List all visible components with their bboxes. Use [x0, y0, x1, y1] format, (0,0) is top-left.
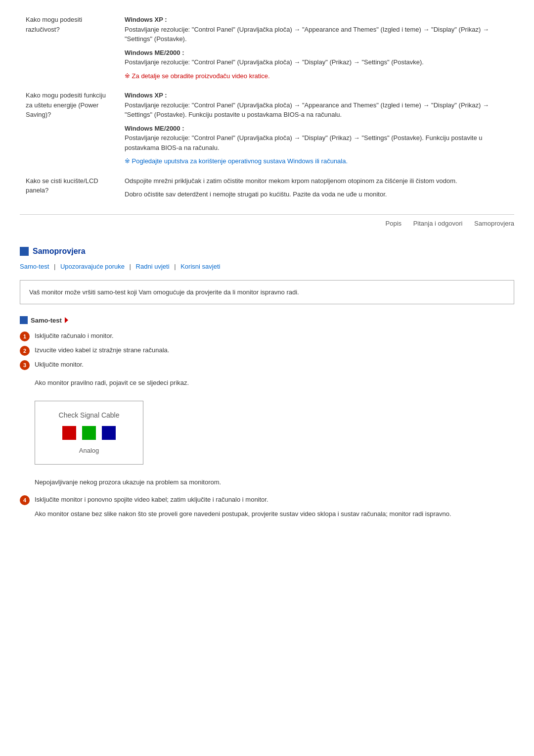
step4-note: Ako monitor ostane bez slike nakon što s… — [35, 509, 514, 519]
info-box-text: Vaš monitor može vršiti samo-test koji V… — [29, 288, 299, 296]
faq-row-0: Kako mogu podesiti razlučivost?Windows X… — [20, 10, 514, 86]
faq-answer-1: Windows XP :Postavljanje rezolucije: "Co… — [119, 86, 514, 171]
nav-pitanja[interactable]: Pitanja i odgovori — [413, 220, 463, 227]
step-item-3: 3 Uključite monitor. — [20, 360, 514, 370]
samo-test-header: Samo-test — [20, 316, 514, 324]
link-korisni-savjeti[interactable]: Korisni savjeti — [180, 263, 220, 270]
analog-label: Analog — [45, 447, 133, 454]
faq-answer-1-1: Windows ME/2000 :Postavljanje rezolucije… — [125, 124, 508, 153]
step-text-4: Isključite monitor i ponovno spojite vid… — [35, 495, 268, 505]
faq-answer-0-0: Windows XP :Postavljanje rezolucije: "Co… — [125, 15, 508, 44]
color-squares — [45, 426, 133, 440]
step-number-2: 2 — [20, 346, 30, 356]
sep2: | — [130, 263, 131, 270]
subsection-icon — [20, 316, 28, 324]
section-icon — [20, 247, 29, 256]
step-item-4: 4 Isključite monitor i ponovno spojite v… — [20, 495, 514, 505]
samo-test-label: Samo-test — [31, 317, 62, 324]
nav-samoprovjera[interactable]: Samoprovjera — [474, 220, 514, 227]
step3-note: Ako monitor pravilno radi, pojavit ce se… — [35, 378, 514, 388]
step-list: 1 Isključite računalo i monitor. 2 Izvuc… — [20, 331, 514, 370]
signal-cable-box: Check Signal Cable Analog — [35, 401, 143, 465]
sep1: | — [54, 263, 55, 270]
faq-answer-0-2: ※ Za detalje se obradite proizvođaču vid… — [125, 71, 508, 81]
signal-title: Check Signal Cable — [45, 411, 133, 419]
step3-note-text: Ako monitor pravilno radi, pojavit ce se… — [35, 379, 189, 386]
faq-row-1: Kako mogu podesiti funkciju za uštetu en… — [20, 86, 514, 171]
faq-answer-2: Odspojite mrežni priključak i zatim očis… — [119, 171, 514, 204]
sub-nav: Samo-test | Upozoravajuće poruke | Radni… — [20, 263, 514, 270]
step-number-4: 4 — [20, 495, 30, 505]
faq-question-1: Kako mogu podesiti funkciju za uštetu en… — [20, 86, 119, 171]
faq-answer-0: Windows XP :Postavljanje rezolucije: "Co… — [119, 10, 514, 86]
step-text-1: Isključite računalo i monitor. — [35, 331, 114, 341]
info-box: Vaš monitor može vršiti samo-test koji V… — [20, 280, 514, 305]
step-number-3: 3 — [20, 360, 30, 370]
step-text-2: Izvucite video kabel iz stražnje strane … — [35, 345, 169, 355]
samoprovjera-section: Samoprovjera Samo-test | Upozoravajuće p… — [20, 247, 514, 519]
faq-answer-1-0: Windows XP :Postavljanje rezolucije: "Co… — [125, 91, 508, 120]
faq-row-2: Kako se cisti kucište/LCD panela?Odspoji… — [20, 171, 514, 204]
nav-bar: Popis Pitanja i odgovori Samoprovjera — [20, 214, 514, 232]
link-upozoravajuce[interactable]: Upozoravajuće poruke — [60, 263, 125, 270]
non-appear-note: Nepojavljivanje nekog prozora ukazuje na… — [35, 477, 514, 487]
color-red — [62, 426, 76, 440]
faq-answer-1-2: ※ Pogledajte uputstva za korištenje oper… — [125, 156, 508, 166]
faq-answer-2-1: Dobro očistite sav deterdžent i nemojte … — [125, 189, 508, 199]
faq-table: Kako mogu podesiti razlučivost?Windows X… — [20, 10, 514, 204]
faq-answer-2-0: Odspojite mrežni priključak i zatim očis… — [125, 176, 508, 186]
step-number-1: 1 — [20, 331, 30, 341]
faq-question-2: Kako se cisti kucište/LCD panela? — [20, 171, 119, 204]
link-radni-uvjeti[interactable]: Radni uvjeti — [136, 263, 170, 270]
faq-answer-0-1: Windows ME/2000 :Postavljanje rezolucije… — [125, 48, 508, 67]
step-text-3: Uključite monitor. — [35, 360, 84, 370]
triangle-icon — [65, 317, 68, 323]
section-title: Samoprovjera — [33, 247, 86, 256]
color-blue — [102, 426, 116, 440]
non-appear-text: Nepojavljivanje nekog prozora ukazuje na… — [35, 478, 221, 486]
step-item-1: 1 Isključite računalo i monitor. — [20, 331, 514, 341]
nav-popis[interactable]: Popis — [386, 220, 402, 227]
color-green — [82, 426, 96, 440]
link-samo-test[interactable]: Samo-test — [20, 263, 49, 270]
section-header: Samoprovjera — [20, 247, 514, 256]
step-item-2: 2 Izvucite video kabel iz stražnje stran… — [20, 345, 514, 356]
sep3: | — [174, 263, 176, 270]
step4-note-text: Ako monitor ostane bez slike nakon što s… — [35, 510, 451, 518]
faq-question-0: Kako mogu podesiti razlučivost? — [20, 10, 119, 86]
